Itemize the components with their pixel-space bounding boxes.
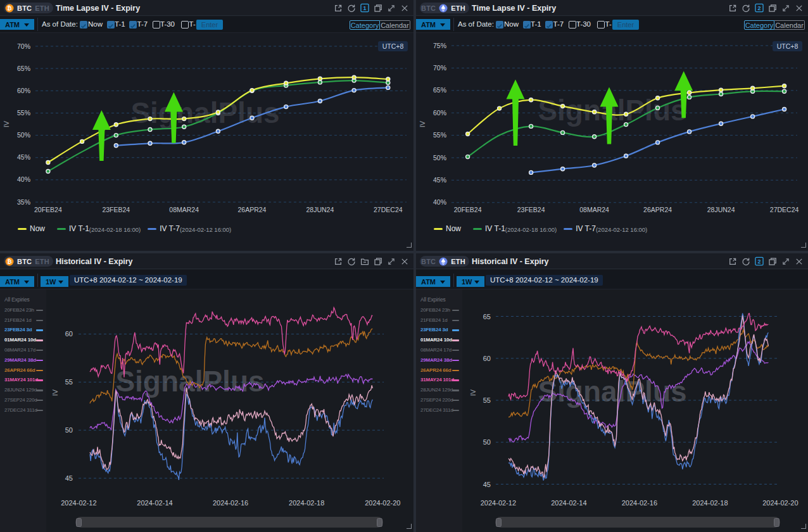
svg-text:28JUN24: 28JUN24 — [707, 206, 735, 213]
svg-text:₿: ₿ — [7, 258, 11, 265]
svg-text:60: 60 — [483, 355, 491, 362]
svg-text:2024-02-16: 2024-02-16 — [213, 499, 248, 507]
svg-text:26APR24: 26APR24 — [643, 206, 672, 213]
svg-text:2: 2 — [758, 5, 761, 11]
svg-text:2024-02-12: 2024-02-12 — [481, 499, 516, 507]
svg-text:75%: 75% — [433, 42, 446, 49]
svg-text:65: 65 — [483, 313, 491, 320]
svg-text:27DEC24: 27DEC24 — [770, 206, 799, 213]
svg-text:60: 60 — [65, 330, 73, 338]
svg-text:55%: 55% — [17, 109, 30, 117]
svg-text:55: 55 — [65, 378, 73, 386]
svg-text:65%: 65% — [433, 86, 446, 94]
svg-text:45: 45 — [65, 474, 73, 482]
svg-text:IV: IV — [3, 120, 10, 127]
svg-text:60%: 60% — [17, 87, 30, 94]
svg-text:26APR24: 26APR24 — [238, 206, 267, 213]
svg-text:2024-02-12: 2024-02-12 — [61, 499, 96, 507]
svg-text:08MAR24: 08MAR24 — [579, 206, 609, 213]
svg-text:2024-02-18: 2024-02-18 — [289, 499, 324, 507]
svg-text:23FEB24: 23FEB24 — [102, 206, 130, 213]
svg-text:08MAR24: 08MAR24 — [169, 206, 199, 213]
svg-text:2024-02-16: 2024-02-16 — [622, 499, 657, 507]
svg-text:20FEB24: 20FEB24 — [454, 206, 482, 213]
svg-text:IV: IV — [469, 389, 477, 396]
svg-text:45: 45 — [483, 481, 491, 488]
svg-text:IV: IV — [419, 120, 426, 127]
svg-text:SignalPlus: SignalPlus — [130, 96, 279, 129]
svg-text:45%: 45% — [17, 153, 30, 161]
svg-text:28JUN24: 28JUN24 — [306, 206, 334, 213]
svg-text:55: 55 — [483, 396, 491, 404]
svg-text:35%: 35% — [17, 198, 30, 206]
svg-text:50%: 50% — [433, 154, 446, 162]
svg-text:2024-02-20: 2024-02-20 — [762, 499, 798, 507]
svg-text:27DEC24: 27DEC24 — [374, 206, 403, 213]
svg-text:2024-02-14: 2024-02-14 — [551, 499, 586, 507]
svg-text:50%: 50% — [17, 131, 30, 139]
svg-text:50: 50 — [65, 426, 73, 434]
svg-text:₿: ₿ — [7, 5, 11, 11]
svg-text:55%: 55% — [433, 131, 446, 139]
svg-text:2024-02-18: 2024-02-18 — [692, 499, 728, 507]
svg-text:40%: 40% — [433, 198, 446, 206]
svg-text:65%: 65% — [17, 65, 30, 72]
svg-text:IV: IV — [51, 389, 59, 396]
svg-text:60%: 60% — [433, 109, 446, 117]
svg-text:1: 1 — [363, 5, 367, 11]
svg-text:2024-02-20: 2024-02-20 — [365, 499, 400, 507]
svg-text:40%: 40% — [17, 175, 30, 183]
svg-text:45%: 45% — [433, 176, 446, 184]
svg-text:20FEB24: 20FEB24 — [34, 206, 62, 213]
svg-text:2024-02-14: 2024-02-14 — [137, 499, 172, 507]
svg-text:70%: 70% — [17, 42, 30, 50]
svg-text:70%: 70% — [433, 64, 446, 72]
svg-text:50: 50 — [483, 438, 491, 446]
svg-text:23FEB24: 23FEB24 — [517, 206, 545, 213]
svg-text:2: 2 — [758, 258, 761, 265]
